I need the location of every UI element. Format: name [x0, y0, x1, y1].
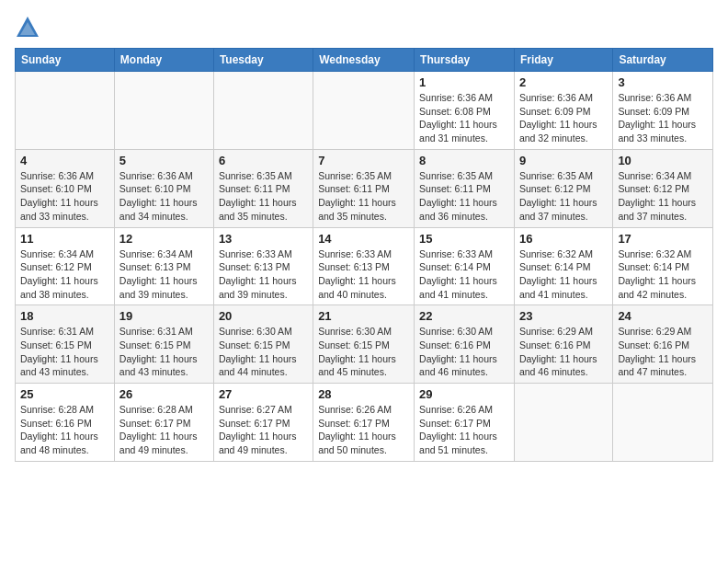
calendar-cell: 1Sunrise: 6:36 AM Sunset: 6:08 PM Daylig…: [415, 72, 515, 150]
header-row: SundayMondayTuesdayWednesdayThursdayFrid…: [16, 49, 713, 72]
day-number: 27: [219, 387, 308, 401]
calendar-cell: 26Sunrise: 6:28 AM Sunset: 6:17 PM Dayli…: [114, 384, 213, 462]
day-number: 1: [419, 75, 509, 89]
cell-info: Sunrise: 6:30 AM Sunset: 6:16 PM Dayligh…: [419, 325, 509, 379]
calendar-cell: 24Sunrise: 6:29 AM Sunset: 6:16 PM Dayli…: [613, 305, 713, 384]
week-row-3: 11Sunrise: 6:34 AM Sunset: 6:12 PM Dayli…: [16, 227, 713, 305]
calendar-cell: 18Sunrise: 6:31 AM Sunset: 6:15 PM Dayli…: [16, 305, 115, 384]
cell-info: Sunrise: 6:35 AM Sunset: 6:12 PM Dayligh…: [519, 169, 608, 224]
header-tuesday: Tuesday: [213, 49, 313, 72]
cell-info: Sunrise: 6:30 AM Sunset: 6:15 PM Dayligh…: [318, 325, 409, 379]
day-number: 8: [419, 154, 509, 167]
calendar-cell: 11Sunrise: 6:34 AM Sunset: 6:12 PM Dayli…: [16, 227, 115, 305]
day-number: 26: [119, 387, 209, 401]
cell-info: Sunrise: 6:33 AM Sunset: 6:13 PM Dayligh…: [318, 247, 409, 302]
cell-info: Sunrise: 6:26 AM Sunset: 6:17 PM Dayligh…: [419, 403, 509, 457]
cell-info: Sunrise: 6:28 AM Sunset: 6:17 PM Dayligh…: [119, 403, 209, 457]
day-number: 28: [318, 387, 409, 401]
day-number: 19: [119, 309, 209, 323]
day-number: 21: [318, 309, 409, 323]
day-number: 13: [219, 232, 308, 246]
day-number: 22: [419, 309, 509, 323]
cell-info: Sunrise: 6:31 AM Sunset: 6:15 PM Dayligh…: [20, 325, 109, 379]
calendar-cell: 22Sunrise: 6:30 AM Sunset: 6:16 PM Dayli…: [415, 305, 515, 384]
week-row-4: 18Sunrise: 6:31 AM Sunset: 6:15 PM Dayli…: [16, 305, 713, 384]
calendar-cell: 10Sunrise: 6:34 AM Sunset: 6:12 PM Dayli…: [613, 149, 713, 227]
cell-info: Sunrise: 6:28 AM Sunset: 6:16 PM Dayligh…: [20, 403, 109, 457]
calendar-cell: 6Sunrise: 6:35 AM Sunset: 6:11 PM Daylig…: [213, 149, 313, 227]
calendar-cell: 14Sunrise: 6:33 AM Sunset: 6:13 PM Dayli…: [313, 227, 415, 305]
calendar-cell: [16, 72, 115, 150]
calendar-cell: 7Sunrise: 6:35 AM Sunset: 6:11 PM Daylig…: [313, 149, 415, 227]
cell-info: Sunrise: 6:33 AM Sunset: 6:13 PM Dayligh…: [219, 247, 308, 302]
calendar-cell: 21Sunrise: 6:30 AM Sunset: 6:15 PM Dayli…: [313, 305, 415, 384]
cell-info: Sunrise: 6:36 AM Sunset: 6:10 PM Dayligh…: [119, 169, 209, 224]
header-wednesday: Wednesday: [313, 49, 415, 72]
day-number: 6: [219, 154, 308, 167]
day-number: 5: [119, 154, 209, 167]
day-number: 20: [219, 309, 308, 323]
cell-info: Sunrise: 6:36 AM Sunset: 6:10 PM Dayligh…: [20, 169, 109, 224]
day-number: 4: [20, 154, 109, 167]
day-number: 25: [20, 387, 109, 401]
cell-info: Sunrise: 6:32 AM Sunset: 6:14 PM Dayligh…: [618, 247, 708, 302]
calendar-cell: 19Sunrise: 6:31 AM Sunset: 6:15 PM Dayli…: [114, 305, 213, 384]
header-monday: Monday: [114, 49, 213, 72]
cell-info: Sunrise: 6:36 AM Sunset: 6:09 PM Dayligh…: [519, 91, 608, 145]
day-number: 3: [618, 75, 708, 89]
cell-info: Sunrise: 6:34 AM Sunset: 6:12 PM Dayligh…: [618, 169, 708, 224]
calendar-cell: 8Sunrise: 6:35 AM Sunset: 6:11 PM Daylig…: [415, 149, 515, 227]
cell-info: Sunrise: 6:33 AM Sunset: 6:14 PM Dayligh…: [419, 247, 509, 302]
calendar-cell: 17Sunrise: 6:32 AM Sunset: 6:14 PM Dayli…: [613, 227, 713, 305]
calendar-cell: 23Sunrise: 6:29 AM Sunset: 6:16 PM Dayli…: [514, 305, 612, 384]
calendar-cell: 25Sunrise: 6:28 AM Sunset: 6:16 PM Dayli…: [16, 384, 115, 462]
calendar-cell: 3Sunrise: 6:36 AM Sunset: 6:09 PM Daylig…: [613, 72, 713, 150]
day-number: 29: [419, 387, 509, 401]
calendar-table: SundayMondayTuesdayWednesdayThursdayFrid…: [15, 48, 713, 462]
calendar-cell: 4Sunrise: 6:36 AM Sunset: 6:10 PM Daylig…: [16, 149, 115, 227]
cell-info: Sunrise: 6:32 AM Sunset: 6:14 PM Dayligh…: [519, 247, 608, 302]
calendar-cell: 16Sunrise: 6:32 AM Sunset: 6:14 PM Dayli…: [514, 227, 612, 305]
calendar-cell: [613, 384, 713, 462]
day-number: 23: [519, 309, 608, 323]
header-saturday: Saturday: [613, 49, 713, 72]
cell-info: Sunrise: 6:35 AM Sunset: 6:11 PM Dayligh…: [318, 169, 409, 224]
calendar-cell: 9Sunrise: 6:35 AM Sunset: 6:12 PM Daylig…: [514, 149, 612, 227]
day-number: 2: [519, 75, 608, 89]
calendar-cell: [213, 72, 313, 150]
day-number: 17: [618, 232, 708, 246]
calendar-cell: [313, 72, 415, 150]
calendar-cell: 12Sunrise: 6:34 AM Sunset: 6:13 PM Dayli…: [114, 227, 213, 305]
day-number: 15: [419, 232, 509, 246]
header-sunday: Sunday: [16, 49, 115, 72]
logo: [15, 15, 44, 40]
cell-info: Sunrise: 6:35 AM Sunset: 6:11 PM Dayligh…: [419, 169, 509, 224]
calendar-cell: 15Sunrise: 6:33 AM Sunset: 6:14 PM Dayli…: [415, 227, 515, 305]
header-thursday: Thursday: [415, 49, 515, 72]
calendar-cell: 20Sunrise: 6:30 AM Sunset: 6:15 PM Dayli…: [213, 305, 313, 384]
day-number: 18: [20, 309, 109, 323]
calendar-cell: [114, 72, 213, 150]
cell-info: Sunrise: 6:29 AM Sunset: 6:16 PM Dayligh…: [519, 325, 608, 379]
calendar-cell: 5Sunrise: 6:36 AM Sunset: 6:10 PM Daylig…: [114, 149, 213, 227]
day-number: 14: [318, 232, 409, 246]
cell-info: Sunrise: 6:36 AM Sunset: 6:08 PM Dayligh…: [419, 91, 509, 145]
cell-info: Sunrise: 6:31 AM Sunset: 6:15 PM Dayligh…: [119, 325, 209, 379]
day-number: 10: [618, 154, 708, 167]
day-number: 9: [519, 154, 608, 167]
cell-info: Sunrise: 6:34 AM Sunset: 6:13 PM Dayligh…: [119, 247, 209, 302]
cell-info: Sunrise: 6:29 AM Sunset: 6:16 PM Dayligh…: [618, 325, 708, 379]
logo-icon: [15, 15, 40, 40]
day-number: 16: [519, 232, 608, 246]
calendar-cell: 2Sunrise: 6:36 AM Sunset: 6:09 PM Daylig…: [514, 72, 612, 150]
day-number: 12: [119, 232, 209, 246]
week-row-5: 25Sunrise: 6:28 AM Sunset: 6:16 PM Dayli…: [16, 384, 713, 462]
day-number: 24: [618, 309, 708, 323]
day-number: 11: [20, 232, 109, 246]
header-friday: Friday: [514, 49, 612, 72]
day-number: 7: [318, 154, 409, 167]
cell-info: Sunrise: 6:35 AM Sunset: 6:11 PM Dayligh…: [219, 169, 308, 224]
week-row-2: 4Sunrise: 6:36 AM Sunset: 6:10 PM Daylig…: [16, 149, 713, 227]
calendar-cell: 27Sunrise: 6:27 AM Sunset: 6:17 PM Dayli…: [213, 384, 313, 462]
calendar-cell: 29Sunrise: 6:26 AM Sunset: 6:17 PM Dayli…: [415, 384, 515, 462]
